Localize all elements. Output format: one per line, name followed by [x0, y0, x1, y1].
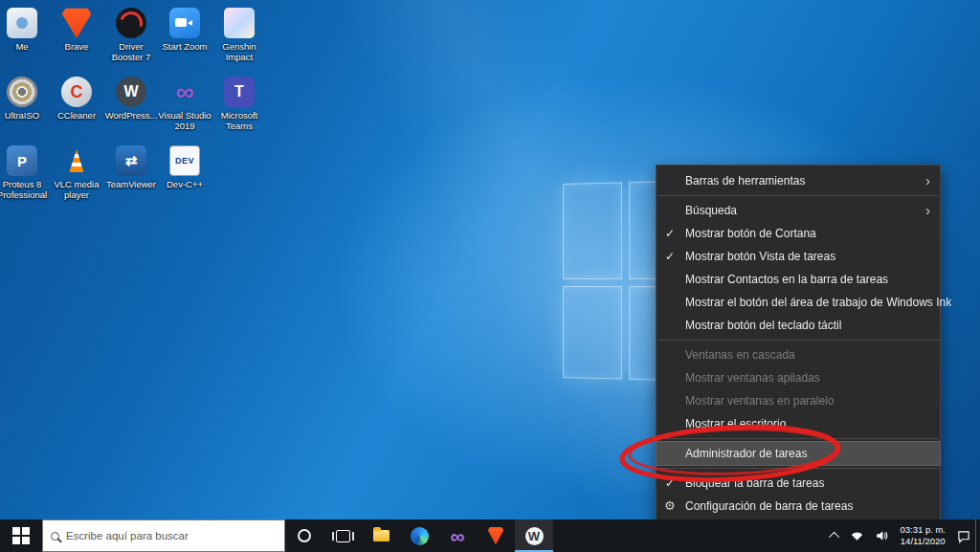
file-explorer-icon	[373, 530, 390, 541]
taskbar-edge-button[interactable]	[400, 519, 438, 552]
logo-pane	[563, 182, 622, 279]
desktop-icon-ccleaner[interactable]: C CCleaner	[50, 77, 103, 121]
menu-item-label: Mostrar Contactos en la barra de tareas	[685, 273, 888, 286]
icon-glyph: ⇄	[125, 152, 138, 169]
menu-separator	[657, 438, 939, 439]
taskbar-clock[interactable]: 03:31 p. m. 14/11/2020	[900, 524, 946, 548]
icon-glyph: C	[71, 82, 83, 102]
taskbar-cortana-button[interactable]	[285, 519, 323, 552]
menu-item-label: Mostrar ventanas en paralelo	[685, 394, 834, 408]
menu-item-label: Ventanas en cascada	[685, 348, 795, 362]
icon-label: Dev-C++	[158, 179, 212, 189]
checkmark-icon: ✓	[665, 472, 675, 495]
menu-item-side-by-side-windows: Mostrar ventanas en paralelo	[657, 389, 940, 412]
visual-studio-icon: ∞	[169, 77, 200, 107]
cortana-icon	[298, 529, 311, 542]
action-center-icon[interactable]	[956, 529, 971, 543]
icon-label: Brave	[50, 41, 103, 52]
icon-label: Proteus 8 Professional	[0, 179, 49, 200]
desktop-icon-proteus[interactable]: P Proteus 8 Professional	[0, 145, 49, 200]
menu-separator	[657, 468, 939, 469]
windows-desktop-screen: Me Brave Driver Booster 7 Start Zoom Gen…	[0, 0, 980, 552]
desktop-icon-driver-booster[interactable]: Driver Booster 7	[104, 8, 158, 62]
icon-label: Driver Booster 7	[104, 41, 158, 62]
icon-label: TeamViewer	[104, 179, 158, 189]
brave-icon	[488, 527, 504, 545]
wordpress-icon: W	[525, 527, 544, 545]
icon-label: Visual Studio 2019	[158, 110, 212, 131]
show-desktop-button[interactable]	[975, 519, 980, 552]
ccleaner-icon: C	[61, 77, 92, 107]
taskbar-file-explorer-button[interactable]	[362, 519, 400, 552]
desktop-icon-vlc[interactable]: VLC media player	[50, 145, 103, 200]
start-windows-icon	[12, 527, 30, 544]
menu-item-taskbar-settings[interactable]: ⚙ Configuración de barra de tareas	[657, 495, 940, 518]
system-tray: 03:31 p. m. 14/11/2020	[832, 519, 975, 552]
taskbar-context-menu: Barras de herramientas › Búsqueda › ✓ Mo…	[656, 165, 941, 522]
proteus-icon: P	[7, 145, 37, 176]
gear-icon: ⚙	[664, 495, 676, 518]
taskbar-search[interactable]	[42, 519, 285, 552]
taskbar-visual-studio-button[interactable]: ∞	[438, 519, 477, 552]
menu-item-label: Administrador de tareas	[685, 447, 807, 460]
taskbar-wordpress-button[interactable]: W	[515, 519, 553, 552]
desktop-icon-microsoft-teams[interactable]: T Microsoft Teams	[212, 77, 266, 131]
search-input[interactable]	[66, 530, 277, 541]
menu-item-cascade-windows: Ventanas en cascada	[657, 343, 940, 366]
menu-item-show-task-view-button[interactable]: ✓ Mostrar botón Vista de tareas	[657, 245, 940, 268]
taskbar-task-view-button[interactable]	[323, 519, 362, 552]
desktop-icon-visual-studio[interactable]: ∞ Visual Studio 2019	[158, 77, 212, 131]
taskbar: ∞ W 03:31 p. m. 14/11/2020	[0, 519, 980, 552]
menu-item-label: Barras de herramientas	[685, 174, 805, 188]
menu-item-show-windows-ink[interactable]: Mostrar el botón del área de trabajo de …	[657, 291, 940, 314]
driver-booster-icon	[116, 8, 146, 38]
desktop-icon-wordpress[interactable]: W WordPress...	[104, 77, 158, 121]
menu-item-lock-taskbar[interactable]: ✓ Bloquear la barra de tareas	[657, 472, 940, 495]
icon-label: VLC media player	[50, 179, 103, 200]
icon-glyph: DEV	[175, 156, 194, 166]
menu-item-task-manager[interactable]: Administrador de tareas	[657, 442, 940, 465]
desktop-icon-teamviewer[interactable]: ⇄ TeamViewer	[104, 145, 158, 189]
checkmark-icon: ✓	[665, 245, 675, 268]
taskbar-brave-button[interactable]	[477, 519, 515, 552]
icon-label: Microsoft Teams	[212, 110, 266, 131]
checkmark-icon: ✓	[665, 222, 675, 245]
menu-item-label: Mostrar botón Vista de tareas	[685, 250, 835, 263]
desktop-icon-ultraiso[interactable]: UltraISO	[0, 77, 49, 121]
menu-item-show-desktop[interactable]: Mostrar el escritorio	[657, 412, 940, 435]
task-view-icon	[336, 530, 350, 542]
desktop-icon-devcpp[interactable]: DEV Dev-C++	[158, 145, 212, 189]
menu-item-label: Mostrar ventanas apiladas	[685, 371, 820, 385]
icon-label: Me	[0, 41, 49, 52]
menu-item-show-people[interactable]: Mostrar Contactos en la barra de tareas	[657, 268, 940, 291]
menu-item-label: Bloquear la barra de tareas	[685, 476, 824, 490]
search-icon	[51, 532, 59, 541]
menu-item-label: Mostrar botón del teclado táctil	[685, 319, 841, 332]
desktop-icon-me[interactable]: Me	[0, 8, 49, 52]
menu-item-label: Configuración de barra de tareas	[685, 499, 853, 513]
teamviewer-icon: ⇄	[116, 145, 146, 176]
network-icon[interactable]	[850, 529, 864, 542]
menu-item-label: Búsqueda	[685, 204, 737, 217]
menu-item-toolbars[interactable]: Barras de herramientas ›	[657, 169, 940, 192]
desktop-icon-genshin-impact[interactable]: Genshin Impact	[212, 8, 266, 62]
menu-item-show-cortana-button[interactable]: ✓ Mostrar botón de Cortana	[657, 222, 940, 245]
start-button[interactable]	[0, 519, 42, 552]
logo-pane	[563, 286, 622, 380]
menu-item-search[interactable]: Búsqueda ›	[657, 199, 940, 222]
me-icon	[7, 8, 37, 38]
icon-glyph: T	[234, 83, 244, 100]
desktop-icon-start-zoom[interactable]: Start Zoom	[158, 8, 212, 52]
volume-icon[interactable]	[875, 529, 889, 542]
menu-item-label: Mostrar el botón del área de trabajo de …	[685, 296, 951, 309]
genshin-impact-icon	[224, 8, 255, 38]
icon-label: UltraISO	[0, 110, 49, 121]
teams-icon: T	[224, 77, 255, 107]
edge-icon	[411, 527, 429, 545]
hidden-icons-chevron-icon[interactable]	[829, 532, 839, 542]
icon-label: Genshin Impact	[212, 41, 266, 62]
clock-time: 03:31 p. m.	[900, 524, 946, 536]
desktop-icon-brave[interactable]: Brave	[50, 8, 103, 52]
zoom-icon	[169, 8, 200, 38]
menu-item-show-touch-keyboard[interactable]: Mostrar botón del teclado táctil	[657, 314, 940, 337]
